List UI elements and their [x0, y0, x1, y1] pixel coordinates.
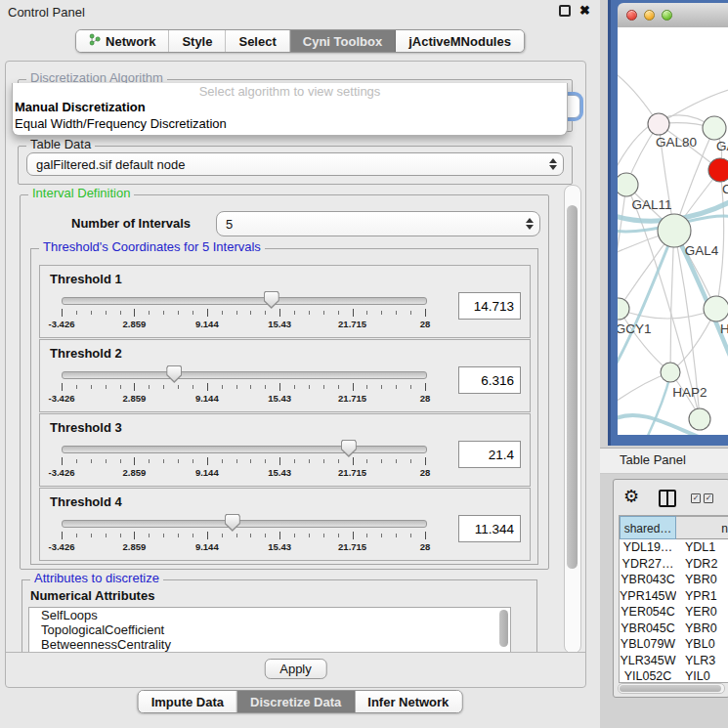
slider-thumb[interactable]: [225, 514, 240, 532]
slider-track[interactable]: [62, 446, 427, 453]
threshold-slider[interactable]: -3.4262.8599.14415.4321.71528: [62, 520, 425, 555]
tick-mark: [250, 534, 251, 537]
tab-jactivemnodules[interactable]: jActiveMNodules: [396, 30, 524, 52]
network-node-red-node[interactable]: [708, 158, 728, 182]
threshold-value-field[interactable]: 11.344: [458, 515, 521, 542]
table-row[interactable]: YBR043CYBR0: [620, 572, 728, 588]
table-row[interactable]: YBL079WYBL0: [620, 636, 728, 653]
threshold-box: Threshold 3-3.4262.8599.14415.4321.71528…: [39, 413, 531, 487]
table-row[interactable]: YBR045CYBR0: [620, 621, 728, 637]
tick-mark: [381, 459, 382, 463]
tab-select[interactable]: Select: [226, 30, 289, 52]
tick-mark: [294, 311, 295, 315]
table-row[interactable]: YLR345WYLR3: [620, 653, 728, 669]
tab-discretize-data[interactable]: Discretize Data: [237, 691, 355, 712]
tick-mark: [353, 532, 354, 539]
attribute-item[interactable]: BetweennessCentrality: [29, 637, 510, 652]
cell-name: YBR0: [676, 621, 728, 637]
interval-definition-group: Interval Definition Number of Intervals …: [20, 194, 549, 570]
slider-track[interactable]: [62, 520, 427, 528]
network-node-gal4[interactable]: [658, 214, 691, 247]
tick-mark: [309, 459, 310, 463]
network-graph[interactable]: GAL80GAGAL11CGAL4GCY1HHAP2: [618, 27, 728, 435]
network-canvas[interactable]: GAL80GAGAL11CGAL4GCY1HHAP2: [618, 27, 728, 435]
list-scrollbar[interactable]: [499, 610, 508, 647]
table-row[interactable]: YER054CYER0: [620, 604, 728, 621]
slider-scale-labels: -3.4262.8599.14415.4321.71528: [62, 467, 425, 479]
network-window-titlebar[interactable]: [618, 3, 728, 28]
slider-track[interactable]: [62, 297, 427, 305]
tick-mark: [178, 534, 179, 537]
tick-mark: [323, 311, 324, 315]
threshold-value-field[interactable]: 14.713: [458, 292, 521, 320]
tick-mark: [163, 534, 164, 537]
spinner-arrows-icon: [549, 158, 556, 170]
algorithm-option[interactable]: Manual Discretization: [13, 99, 567, 115]
network-edge[interactable]: [619, 309, 716, 319]
tab-network[interactable]: Network: [76, 30, 169, 52]
tick-mark: [396, 385, 397, 389]
network-node-label: GA: [716, 139, 728, 153]
table-row[interactable]: YDR27…YDR2: [620, 556, 728, 573]
table-row[interactable]: YDL19…YDL1: [620, 539, 728, 556]
tick-mark: [178, 385, 179, 389]
close-window-icon[interactable]: [626, 10, 637, 21]
num-intervals-combo[interactable]: 5: [216, 211, 540, 236]
select-all-checkbox-icon[interactable]: ✓: [691, 493, 701, 503]
numerical-attributes-label: Numerical Attributes: [30, 588, 154, 603]
spinner-arrows-icon: [526, 218, 533, 230]
scale-label: 2.859: [123, 319, 147, 329]
tab-impute-data[interactable]: Impute Data: [139, 691, 237, 712]
attribute-item[interactable]: TopologicalCoefficient: [29, 622, 510, 637]
threshold-value-field[interactable]: 21.4: [458, 441, 521, 468]
apply-button[interactable]: Apply: [264, 659, 327, 679]
tick-mark: [323, 534, 324, 537]
network-node-gal80[interactable]: [648, 113, 669, 135]
table-row[interactable]: YIL052CYIL0: [620, 668, 728, 683]
float-icon[interactable]: [559, 5, 571, 17]
tab-style[interactable]: Style: [169, 30, 226, 52]
network-node-ga[interactable]: [703, 116, 726, 140]
slider-thumb[interactable]: [264, 291, 279, 309]
attribute-item[interactable]: SelfLoops: [29, 608, 510, 622]
tick-mark: [207, 309, 208, 317]
column-header-name[interactable]: n: [676, 516, 728, 539]
network-node-gal11[interactable]: [618, 173, 638, 196]
tick-mark: [91, 385, 92, 389]
numerical-attributes-list[interactable]: SelfLoopsTopologicalCoefficientBetweenne…: [28, 607, 511, 652]
slider-track[interactable]: [62, 371, 427, 379]
threshold-slider[interactable]: -3.4262.8599.14415.4321.71528: [62, 371, 425, 407]
threshold-value-field[interactable]: 6.316: [458, 366, 521, 394]
threshold-slider[interactable]: -3.4262.8599.14415.4321.71528: [62, 297, 425, 332]
scale-label: 15.43: [268, 541, 291, 552]
network-node-node-bottom[interactable]: [689, 408, 710, 430]
algorithm-option[interactable]: Equal Width/Frequency Discretization: [13, 115, 567, 132]
gear-icon[interactable]: ⚙: [623, 487, 639, 506]
network-edge-highlighted[interactable]: [647, 375, 670, 435]
tick-mark: [309, 311, 310, 315]
column-header-shared-name[interactable]: shared…: [620, 516, 676, 539]
network-node-hap2[interactable]: [661, 363, 680, 382]
minimize-window-icon[interactable]: [644, 10, 655, 21]
split-columns-icon[interactable]: [659, 490, 676, 507]
panel-scrollbar[interactable]: [564, 185, 581, 654]
network-node-gcy1[interactable]: [618, 298, 629, 320]
scale-label: 15.43: [268, 319, 291, 329]
table-data-combo[interactable]: galFiltered.sif default node: [26, 152, 564, 176]
tick-mark: [236, 459, 237, 463]
table-row[interactable]: YPR145WYPR1: [620, 588, 728, 605]
panel-scrollbar-thumb[interactable]: [567, 205, 578, 569]
threshold-slider[interactable]: -3.4262.8599.14415.4321.71528: [62, 446, 425, 481]
close-icon[interactable]: ✖: [579, 5, 590, 17]
table-hscrollbar[interactable]: [618, 683, 725, 694]
slider-thumb[interactable]: [341, 440, 357, 457]
zoom-window-icon[interactable]: [662, 10, 672, 21]
table-panel-bar: Table Panel: [600, 448, 728, 474]
tab-cyni-toolbox[interactable]: Cyni Toolbox: [290, 30, 396, 52]
table-hscrollbar-thumb[interactable]: [620, 685, 721, 692]
tab-infer-network[interactable]: Infer Network: [355, 691, 461, 712]
slider-thumb[interactable]: [166, 365, 182, 383]
network-node-h[interactable]: [704, 296, 728, 321]
select-none-checkbox-icon[interactable]: ✓: [704, 493, 713, 503]
network-edge[interactable]: [670, 231, 674, 372]
